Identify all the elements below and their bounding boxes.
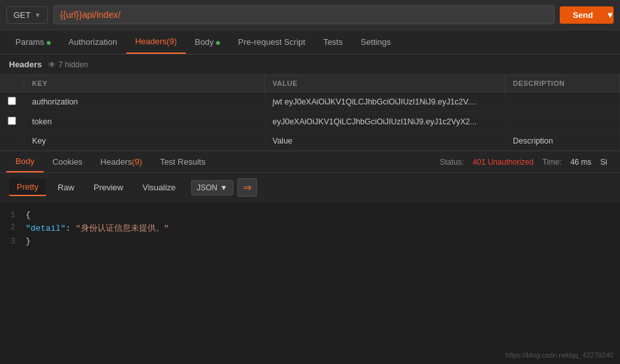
line-number: 2 xyxy=(0,222,26,234)
row-description xyxy=(505,92,620,112)
row-value: Value xyxy=(265,132,505,151)
format-tab-visualize[interactable]: Visualize xyxy=(135,179,183,195)
th-description: DESCRIPTION xyxy=(505,75,620,92)
tab-headers[interactable]: Headers(9) xyxy=(126,30,186,54)
format-tab-raw[interactable]: Raw xyxy=(50,179,82,195)
row-checkbox-cell xyxy=(0,112,24,132)
table-row: KeyValueDescription xyxy=(0,132,620,151)
response-tab-testresults[interactable]: Test Results xyxy=(151,152,215,172)
method-selector[interactable]: GET ▼ xyxy=(6,6,48,24)
json-type-selector[interactable]: JSON ▼ xyxy=(191,180,233,195)
url-input[interactable] xyxy=(53,5,555,24)
response-tabs: Body Cookies Headers(9) Test Results Sta… xyxy=(0,151,620,173)
headers-label: Headers xyxy=(9,60,42,69)
row-checkbox-cell xyxy=(0,132,24,151)
format-tab-preview[interactable]: Preview xyxy=(86,179,131,195)
wrap-button[interactable]: ⇒ xyxy=(237,178,257,197)
status-value: 401 Unauthorized xyxy=(473,158,533,167)
table-row: tokeneyJ0eXAiOiJKV1QiLCJhbGciOiJIUzI1NiJ… xyxy=(0,112,620,132)
body-dot xyxy=(216,41,220,45)
time-label: Time: xyxy=(542,158,562,167)
response-tab-headers[interactable]: Headers(9) xyxy=(92,152,151,172)
headers-table: KEY VALUE DESCRIPTION authorizationjwt e… xyxy=(0,75,620,151)
line-number: 1 xyxy=(0,210,26,220)
hidden-badge: 👁 7 hidden xyxy=(48,60,88,69)
th-value: VALUE xyxy=(265,75,505,92)
code-area: 1{2 "detail": "身份认证信息未提供。"3} xyxy=(0,203,620,254)
method-label: GET xyxy=(13,10,31,20)
table-row: authorizationjwt eyJ0eXAiOiJKV1QiLCJhbGc… xyxy=(0,92,620,112)
body-format-bar: Pretty Raw Preview Visualize JSON ▼ ⇒ xyxy=(0,173,620,203)
tab-tests[interactable]: Tests xyxy=(314,31,351,53)
row-key: token xyxy=(24,112,265,132)
params-dot xyxy=(47,41,51,45)
tab-authorization[interactable]: Authorization xyxy=(60,31,126,53)
table-header-row: KEY VALUE DESCRIPTION xyxy=(0,75,620,92)
row-value: jwt eyJ0eXAiOiJKV1QiLCJhbGciOiJIUzI1NiJ9… xyxy=(265,92,505,112)
wrap-icon: ⇒ xyxy=(243,181,251,194)
tab-params[interactable]: Params xyxy=(6,31,60,53)
tab-settings[interactable]: Settings xyxy=(351,31,399,53)
row-description xyxy=(505,112,620,132)
line-content: "detail": "身份认证信息未提供。" xyxy=(26,222,620,234)
tab-prerequest[interactable]: Pre-request Script xyxy=(229,31,314,53)
method-chevron-icon: ▼ xyxy=(35,12,41,19)
url-bar: GET ▼ Send ▼ xyxy=(0,0,620,30)
headers-table-section: KEY VALUE DESCRIPTION authorizationjwt e… xyxy=(0,75,620,151)
line-content: } xyxy=(26,236,620,246)
watermark: https://blog.csdn.net/qq_42278240 xyxy=(505,351,614,359)
code-line: 3} xyxy=(0,235,620,247)
headers-label-row: Headers 👁 7 hidden xyxy=(0,54,620,75)
tab-body[interactable]: Body xyxy=(186,31,230,53)
row-key: Key xyxy=(24,132,265,151)
row-description: Description xyxy=(505,132,620,151)
eye-icon: 👁 xyxy=(48,60,56,69)
code-line: 2 "detail": "身份认证信息未提供。" xyxy=(0,221,620,235)
line-content: { xyxy=(26,210,620,220)
row-key: authorization xyxy=(24,92,265,112)
code-line: 1{ xyxy=(0,209,620,221)
line-number: 3 xyxy=(0,236,26,246)
th-key: KEY xyxy=(24,75,265,92)
row-checkbox-cell xyxy=(0,92,24,112)
status-label: Status: xyxy=(440,158,464,167)
json-chevron-icon: ▼ xyxy=(220,183,228,192)
send-dropdown-button[interactable]: ▼ xyxy=(606,6,614,24)
row-checkbox[interactable] xyxy=(8,117,16,125)
row-checkbox[interactable] xyxy=(8,97,16,105)
hidden-count: 7 hidden xyxy=(58,60,88,69)
response-tab-body[interactable]: Body xyxy=(6,151,44,172)
request-tabs: Params Authorization Headers(9) Body Pre… xyxy=(0,30,620,54)
size-value: Si xyxy=(600,158,607,167)
response-tab-cookies[interactable]: Cookies xyxy=(44,152,92,172)
time-value: 46 ms xyxy=(571,158,592,167)
format-tab-pretty[interactable]: Pretty xyxy=(9,179,46,196)
status-info: Status: 401 Unauthorized Time: 46 ms Si xyxy=(440,158,614,167)
row-value: eyJ0eXAiOiJKV1QiLCJhbGciOiJIUzI1NiJ9.eyJ… xyxy=(265,112,505,132)
send-button[interactable]: Send xyxy=(560,6,606,24)
th-checkbox xyxy=(0,75,24,92)
